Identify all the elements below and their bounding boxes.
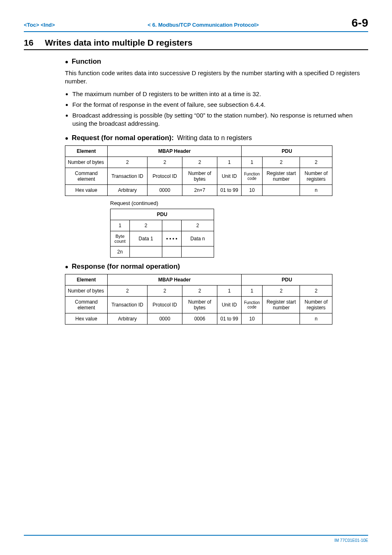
cell: 2 [300, 157, 332, 168]
cell: 1 [242, 157, 263, 168]
bullet-icon: ● [65, 263, 68, 270]
function-notes-list: The maximum number of D registers to be … [72, 90, 368, 128]
bullet-icon: ● [65, 135, 68, 141]
cell: Register start number [263, 296, 300, 313]
cell [182, 246, 214, 257]
function-note: For the format of response in the event … [72, 101, 368, 109]
col-element: Element [65, 274, 108, 285]
function-note: The maximum number of D registers to be … [72, 90, 368, 98]
cell: 2 [130, 220, 162, 231]
cell: 2 [182, 220, 214, 231]
cell: 0006 [182, 313, 217, 324]
group-pdu: PDU [242, 274, 332, 285]
cell: Protocol ID [148, 296, 182, 313]
request-heading-text: Request (for nomal operation): [71, 134, 173, 142]
cell: 01 to 99 [217, 313, 242, 324]
cell: Protocol ID [148, 168, 182, 184]
section-heading: 16 Writes data into multiple D registers [24, 38, 368, 50]
cell: Function code [242, 296, 263, 313]
cell: 01 to 99 [217, 184, 242, 196]
cell: Unit ID [217, 296, 242, 313]
cell [162, 220, 182, 231]
cell: 2 [148, 285, 182, 296]
row-label: Command element [65, 296, 108, 313]
cell: Arbitrary [108, 184, 148, 196]
group-mbap: MBAP Header [108, 274, 242, 285]
cell [162, 246, 182, 257]
row-label: Number of bytes [65, 285, 108, 296]
cell [263, 313, 300, 324]
cell: 10 [242, 313, 263, 324]
row-label: Command element [65, 168, 108, 184]
cell: Number of registers [300, 296, 332, 313]
cell: 2 [263, 285, 300, 296]
cell: 2 [182, 285, 217, 296]
chapter-title: < 6. Modbus/TCP Communication Protocol> [148, 22, 259, 28]
cell: n [300, 184, 332, 196]
cell: 2n+7 [182, 184, 217, 196]
request-heading-note: Writing data to n registers [177, 134, 252, 142]
cell: Byte count [111, 231, 130, 246]
cell: 0000 [148, 313, 182, 324]
section-title: Writes data into multiple D registers [45, 38, 192, 48]
cell: 2 [148, 157, 182, 168]
cell: 2 [263, 157, 300, 168]
cell: 2 [108, 157, 148, 168]
cell: Arbitrary [108, 313, 148, 324]
cell: Transaction ID [108, 296, 148, 313]
cell: 2 [182, 157, 217, 168]
ind-link[interactable]: <Ind> [41, 22, 55, 28]
header-nav: <Toc> <Ind> [24, 22, 55, 28]
cell: 1 [217, 285, 242, 296]
cell [130, 246, 162, 257]
col-element: Element [65, 145, 108, 157]
request-heading: ● Request (for nomal operation): Writing… [65, 134, 368, 142]
group-pdu: PDU [242, 145, 332, 157]
page-number: 6-9 [352, 16, 368, 30]
function-heading: ● Function [65, 58, 368, 66]
page-footer: IM 77C01E01-10E [24, 535, 368, 543]
cell: Number of bytes [182, 296, 217, 313]
group-pdu: PDU [111, 209, 214, 220]
cell: n [300, 313, 332, 324]
request-continued-caption: Request (continued) [110, 200, 368, 206]
row-label: Number of bytes [65, 157, 108, 168]
cell: 0000 [148, 184, 182, 196]
function-description: This function code writes data into succ… [65, 69, 368, 86]
cell: 1 [217, 157, 242, 168]
cell: Transaction ID [108, 168, 148, 184]
function-note: Broadcast addressing is possible (by set… [72, 111, 368, 128]
cell: 2 [300, 285, 332, 296]
ellipsis-icon: • • • • [162, 231, 182, 246]
page-header: <Toc> <Ind> < 6. Modbus/TCP Communicatio… [24, 16, 368, 32]
response-heading: ● Response (for normal operation) [65, 263, 368, 271]
cell: Register start number [263, 168, 300, 184]
function-heading-text: Function [71, 58, 101, 66]
cell: Function code [242, 168, 263, 184]
bullet-icon: ● [65, 58, 68, 65]
request-table-continued: PDU 1 2 2 Byte count Data 1 • • • • Data… [110, 209, 214, 258]
cell: Data 1 [130, 231, 162, 246]
cell: 2n [111, 246, 130, 257]
row-label: Hex value [65, 184, 108, 196]
cell: 1 [111, 220, 130, 231]
response-table: Element MBAP Header PDU Number of bytes … [65, 274, 332, 325]
cell: Data n [182, 231, 214, 246]
group-mbap: MBAP Header [108, 145, 242, 157]
row-label: Hex value [65, 313, 108, 324]
cell [263, 184, 300, 196]
response-heading-text: Response (for normal operation) [71, 263, 180, 271]
cell: 1 [242, 285, 263, 296]
cell: 10 [242, 184, 263, 196]
toc-link[interactable]: <Toc> [24, 22, 39, 28]
cell: Number of bytes [182, 168, 217, 184]
cell: Number of registers [300, 168, 332, 184]
doc-id: IM 77C01E01-10E [24, 535, 368, 543]
section-number: 16 [24, 38, 33, 48]
cell: Unit ID [217, 168, 242, 184]
request-table: Element MBAP Header PDU Number of bytes … [65, 145, 332, 196]
cell: 2 [108, 285, 148, 296]
